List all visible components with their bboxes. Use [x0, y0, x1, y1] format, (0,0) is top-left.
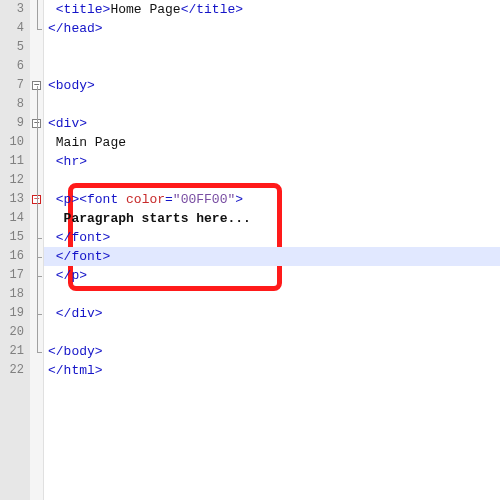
line-number: 21 [0, 342, 24, 361]
line-number: 6 [0, 57, 24, 76]
line-number: 14 [0, 209, 24, 228]
code-line[interactable]: <p><font color="00FF00"> [48, 190, 500, 209]
code-token: </font> [56, 249, 111, 264]
code-token: </div> [56, 306, 103, 321]
code-line[interactable]: <title>Home Page</title> [48, 0, 500, 19]
code-token: </head> [48, 21, 103, 36]
fold-cell [30, 285, 43, 304]
fold-cell [30, 323, 43, 342]
code-line[interactable] [48, 285, 500, 304]
code-token: Home Page [110, 2, 180, 17]
code-line[interactable]: <hr> [48, 152, 500, 171]
code-token: <hr> [56, 154, 87, 169]
fold-cell [30, 228, 43, 247]
code-token: </font> [56, 230, 111, 245]
fold-cell [30, 38, 43, 57]
line-number: 12 [0, 171, 24, 190]
code-token: <body> [48, 78, 95, 93]
line-number: 17 [0, 266, 24, 285]
fold-cell [30, 95, 43, 114]
line-number: 10 [0, 133, 24, 152]
line-number: 3 [0, 0, 24, 19]
fold-cell [30, 266, 43, 285]
code-line[interactable]: </html> [48, 361, 500, 380]
fold-cell [30, 171, 43, 190]
fold-cell [30, 57, 43, 76]
code-line[interactable]: <div> [48, 114, 500, 133]
line-number: 8 [0, 95, 24, 114]
fold-cell [30, 19, 43, 38]
code-line[interactable]: </div> [48, 304, 500, 323]
code-line[interactable] [48, 171, 500, 190]
line-number: 13 [0, 190, 24, 209]
code-token: Main Page [56, 135, 126, 150]
line-number: 5 [0, 38, 24, 57]
code-line[interactable] [48, 38, 500, 57]
code-line[interactable]: Paragraph starts here... [48, 209, 500, 228]
line-number: 19 [0, 304, 24, 323]
fold-cell [30, 209, 43, 228]
code-token: </title> [181, 2, 243, 17]
code-token: <title> [56, 2, 111, 17]
line-number: 7 [0, 76, 24, 95]
fold-cell [30, 361, 43, 380]
fold-strip[interactable]: −−− [30, 0, 44, 500]
code-line[interactable] [48, 95, 500, 114]
fold-cell [30, 152, 43, 171]
code-line[interactable]: <body> [48, 76, 500, 95]
code-token: color [126, 192, 165, 207]
line-number: 16 [0, 247, 24, 266]
code-editor[interactable]: 345678910111213141516171819202122 −−− <t… [0, 0, 500, 500]
code-token: > [235, 192, 243, 207]
fold-cell [30, 247, 43, 266]
code-token: <font [79, 192, 126, 207]
code-token: <div> [48, 116, 87, 131]
fold-cell [30, 0, 43, 19]
code-token: </p> [56, 268, 87, 283]
line-number: 9 [0, 114, 24, 133]
code-line[interactable]: </font> [48, 228, 500, 247]
fold-cell[interactable]: − [30, 114, 43, 133]
code-token: </body> [48, 344, 103, 359]
line-number: 15 [0, 228, 24, 247]
line-number: 4 [0, 19, 24, 38]
line-number-gutter: 345678910111213141516171819202122 [0, 0, 30, 500]
line-number: 18 [0, 285, 24, 304]
line-number: 11 [0, 152, 24, 171]
fold-cell[interactable]: − [30, 190, 43, 209]
code-token: Paragraph starts here... [64, 211, 251, 226]
fold-cell [30, 304, 43, 323]
line-number: 20 [0, 323, 24, 342]
line-number: 22 [0, 361, 24, 380]
code-token: <p> [56, 192, 79, 207]
code-area[interactable]: <title>Home Page</title></head><body><di… [44, 0, 500, 500]
fold-cell [30, 342, 43, 361]
fold-cell [30, 133, 43, 152]
code-line[interactable]: </font> [44, 247, 500, 266]
code-line[interactable]: </body> [48, 342, 500, 361]
fold-cell[interactable]: − [30, 76, 43, 95]
code-token: "00FF00" [173, 192, 235, 207]
code-line[interactable]: </p> [48, 266, 500, 285]
code-token: = [165, 192, 173, 207]
code-line[interactable] [48, 57, 500, 76]
code-line[interactable]: Main Page [48, 133, 500, 152]
code-token: </html> [48, 363, 103, 378]
code-line[interactable]: </head> [48, 19, 500, 38]
code-line[interactable] [48, 323, 500, 342]
